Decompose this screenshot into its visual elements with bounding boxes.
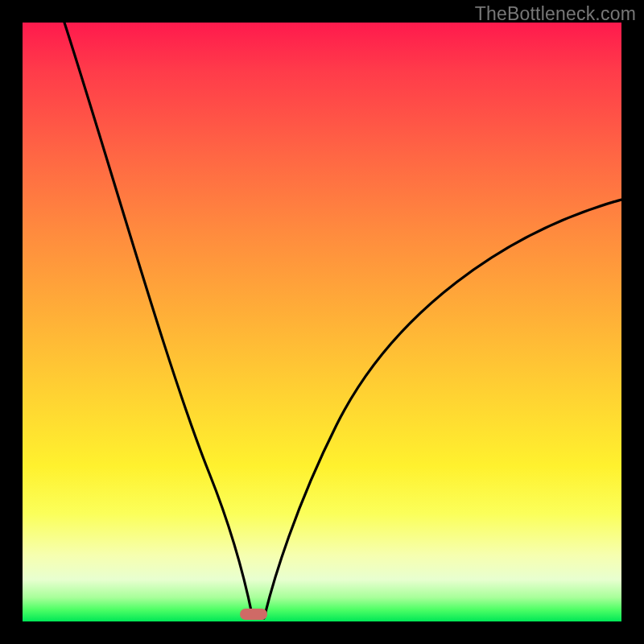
chart-frame: TheBottleneck.com bbox=[0, 0, 644, 644]
plot-area bbox=[23, 23, 621, 621]
bottleneck-curve bbox=[23, 23, 621, 621]
watermark-text: TheBottleneck.com bbox=[475, 3, 636, 25]
bottleneck-marker bbox=[240, 609, 267, 620]
curve-left-branch bbox=[64, 23, 253, 618]
curve-right-branch bbox=[264, 200, 621, 618]
